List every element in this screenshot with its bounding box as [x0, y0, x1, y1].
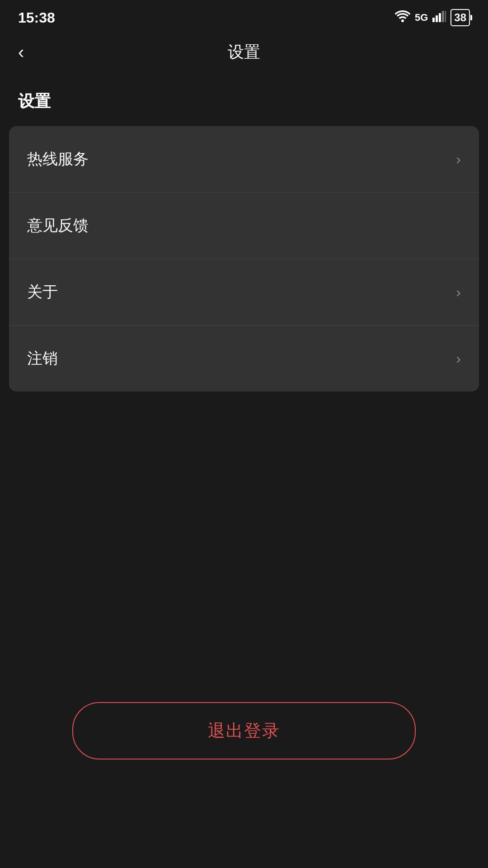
settings-item-hotline-label: 热线服务 [27, 149, 89, 170]
battery-nub [470, 15, 472, 20]
signal-bars-icon [432, 10, 446, 25]
chevron-right-icon-hotline: › [456, 151, 461, 168]
page-content: 设置 热线服务 › 意见反馈 关于 › 注销 › [0, 72, 488, 410]
settings-item-hotline[interactable]: 热线服务 › [9, 126, 479, 193]
settings-item-feedback-label: 意见反馈 [27, 215, 89, 236]
battery-level: 38 [454, 11, 466, 24]
status-icons: 5G 38 [395, 9, 470, 26]
svg-rect-4 [445, 11, 446, 22]
settings-item-feedback[interactable]: 意见反馈 [9, 193, 479, 259]
back-button[interactable]: ‹ [18, 43, 24, 61]
page-title: 设置 [228, 41, 260, 63]
svg-rect-3 [442, 11, 444, 22]
status-time: 15:38 [18, 9, 55, 26]
chevron-right-icon-about: › [456, 284, 461, 301]
svg-rect-0 [432, 18, 435, 22]
svg-rect-2 [439, 13, 441, 22]
logout-button-container: 退出登录 [0, 702, 488, 760]
logout-button[interactable]: 退出登录 [72, 702, 416, 760]
settings-item-about-label: 关于 [27, 282, 58, 302]
settings-item-about[interactable]: 关于 › [9, 259, 479, 326]
settings-item-cancel[interactable]: 注销 › [9, 326, 479, 392]
section-title: 设置 [0, 90, 488, 126]
status-bar: 15:38 5G 38 [0, 0, 488, 32]
settings-list: 热线服务 › 意见反馈 关于 › 注销 › [9, 126, 479, 392]
wifi-icon [395, 10, 410, 25]
battery-container: 38 [450, 9, 470, 26]
chevron-right-icon-cancel: › [456, 350, 461, 367]
svg-rect-1 [436, 15, 438, 22]
nav-bar: ‹ 设置 [0, 32, 488, 72]
settings-item-cancel-label: 注销 [27, 348, 58, 369]
signal-5g-label: 5G [415, 12, 428, 24]
